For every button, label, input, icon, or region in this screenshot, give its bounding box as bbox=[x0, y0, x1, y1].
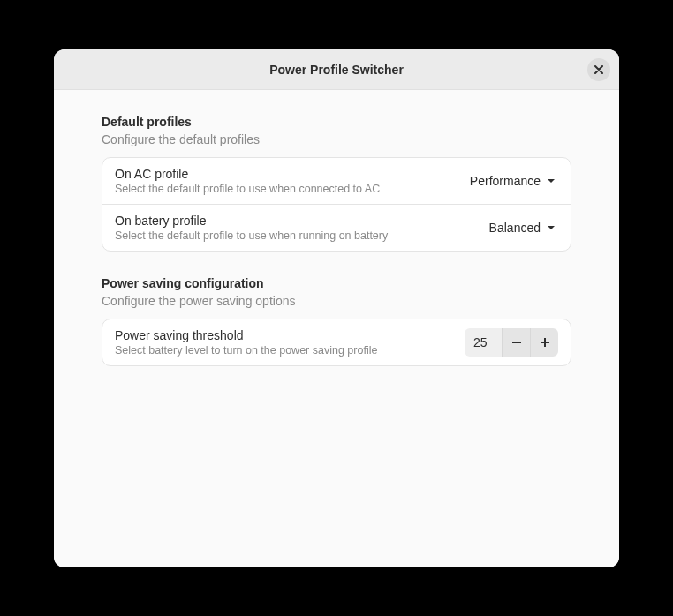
threshold-row: Power saving threshold Select battery le… bbox=[102, 319, 571, 365]
plus-icon bbox=[540, 337, 550, 348]
titlebar: Power Profile Switcher bbox=[54, 49, 619, 90]
power-saving-section: Power saving configuration Configure the… bbox=[102, 276, 571, 366]
minus-icon bbox=[511, 337, 522, 348]
window-title: Power Profile Switcher bbox=[269, 63, 404, 77]
close-button[interactable] bbox=[587, 58, 610, 81]
threshold-value[interactable]: 25 bbox=[465, 328, 502, 357]
section-subtitle: Configure the default profiles bbox=[102, 132, 571, 146]
row-desc: Select the default profile to use when c… bbox=[115, 183, 468, 195]
row-title: On AC profile bbox=[115, 167, 468, 181]
default-profiles-section: Default profiles Configure the default p… bbox=[102, 115, 571, 252]
settings-window: Power Profile Switcher Default profiles … bbox=[54, 49, 619, 567]
dropdown-value: Balanced bbox=[489, 221, 541, 235]
ac-profile-row: On AC profile Select the default profile… bbox=[102, 158, 571, 205]
chevron-down-icon bbox=[546, 176, 556, 186]
section-subtitle: Configure the power saving options bbox=[102, 294, 571, 308]
row-desc: Select the default profile to use when r… bbox=[115, 229, 488, 242]
battery-profile-row: On batery profile Select the default pro… bbox=[102, 205, 571, 251]
svg-rect-0 bbox=[512, 342, 521, 343]
battery-profile-dropdown[interactable]: Balanced bbox=[488, 217, 558, 238]
row-text: Power saving threshold Select battery le… bbox=[115, 328, 465, 357]
chevron-down-icon bbox=[546, 222, 556, 233]
row-title: Power saving threshold bbox=[115, 328, 465, 342]
power-saving-card: Power saving threshold Select battery le… bbox=[102, 319, 571, 366]
svg-rect-2 bbox=[544, 338, 546, 347]
row-desc: Select battery level to turn on the powe… bbox=[115, 344, 465, 357]
profiles-card: On AC profile Select the default profile… bbox=[102, 157, 571, 252]
close-icon bbox=[594, 65, 603, 74]
row-title: On batery profile bbox=[115, 214, 488, 228]
section-title: Power saving configuration bbox=[102, 276, 571, 290]
row-text: On AC profile Select the default profile… bbox=[115, 167, 468, 195]
threshold-stepper: 25 bbox=[465, 328, 558, 357]
decrement-button[interactable] bbox=[502, 328, 530, 357]
content-area: Default profiles Configure the default p… bbox=[54, 90, 619, 567]
row-text: On batery profile Select the default pro… bbox=[115, 214, 488, 242]
dropdown-value: Performance bbox=[470, 174, 541, 188]
section-title: Default profiles bbox=[102, 115, 571, 129]
increment-button[interactable] bbox=[530, 328, 558, 357]
ac-profile-dropdown[interactable]: Performance bbox=[468, 170, 558, 192]
